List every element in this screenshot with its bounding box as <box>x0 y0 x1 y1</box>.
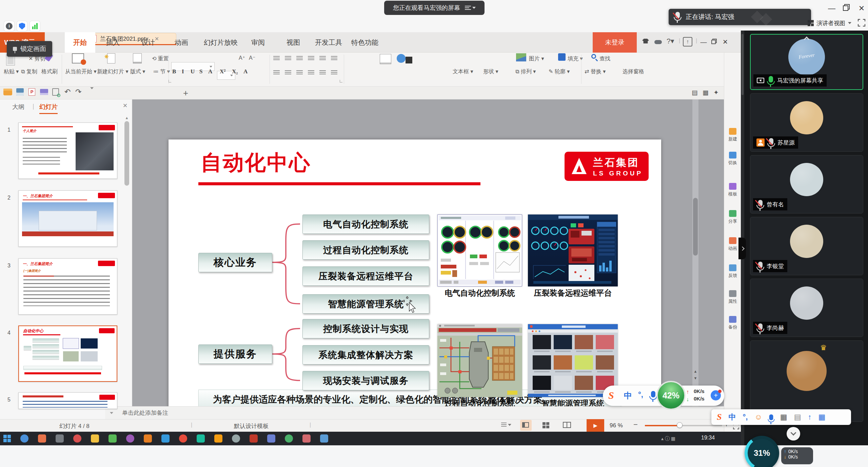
panel-scrollbar-thumb[interactable] <box>124 121 129 186</box>
zoom-out-button[interactable]: − <box>633 420 638 429</box>
panel-tab-slides[interactable]: 幻灯片 <box>39 103 58 114</box>
picture-icon[interactable] <box>516 53 526 61</box>
font-style-I[interactable]: I <box>182 68 184 75</box>
doc-row-icon-1[interactable]: ▤ <box>692 89 698 96</box>
participant-tile-4[interactable]: 李尚赫 <box>750 279 863 337</box>
slide-thumbnail-1[interactable]: 个人简介 <box>18 123 117 179</box>
cloud-icon[interactable] <box>654 38 662 46</box>
textbox-button[interactable]: 文本框 ▾ <box>453 68 473 75</box>
align-icon-1[interactable] <box>285 70 291 75</box>
print-icon[interactable] <box>40 89 48 95</box>
font-dialog-launcher[interactable] <box>169 80 171 82</box>
new-document-tab-button[interactable]: + <box>183 88 188 98</box>
outline-button[interactable]: ✎ 轮廓 ▾ <box>549 68 570 75</box>
tab-list-dropdown-icon[interactable] <box>90 89 94 97</box>
participant-tile-0[interactable]: Forever马宏强的屏幕共享 <box>750 34 863 90</box>
document-tab[interactable]: P 兰石集团2021.pptx ✕ <box>85 33 176 45</box>
selection-pane-button[interactable]: 选择窗格 <box>623 68 644 75</box>
side-tool-动画[interactable]: 动画 <box>725 237 740 251</box>
network-quality-widget[interactable]: 31% <box>745 436 779 467</box>
slide-thumbnail-3[interactable]: 一、兰石集团简介(一)集团简介 <box>18 258 117 315</box>
taskbar-app-5[interactable] <box>108 434 117 443</box>
taskbar-app-0[interactable] <box>20 434 28 443</box>
panel-tab-outline[interactable]: 大纲 <box>12 103 24 111</box>
taskbar-app-7[interactable] <box>144 434 152 443</box>
font-style-B[interactable]: B <box>172 68 176 75</box>
font-grow-button[interactable]: A⁺ <box>239 55 245 61</box>
signal-icon[interactable] <box>30 21 40 31</box>
performance-ball[interactable]: 42% <box>656 381 686 410</box>
panel-close-icon[interactable]: ✕ <box>123 102 127 109</box>
list-icon-1[interactable] <box>285 56 291 61</box>
picture-button[interactable]: 图片 ▾ <box>529 55 544 62</box>
notes-bar[interactable]: 单击此处添加备注 <box>105 406 724 419</box>
participant-tile-2[interactable]: 曾有名 <box>750 155 863 213</box>
next-slide-button[interactable]: ▼ <box>692 375 698 381</box>
slide-thumbnail-2[interactable]: 一、兰石集团简介 <box>18 190 117 247</box>
fullscreen-icon[interactable] <box>858 19 865 26</box>
save-icon[interactable] <box>16 88 24 96</box>
taskbar-app-11[interactable] <box>214 434 222 443</box>
taskbar-app-2[interactable] <box>56 434 64 443</box>
list-icon-4[interactable] <box>319 56 326 61</box>
notes-toggle-icon[interactable] <box>501 423 511 427</box>
list-icon-3[interactable] <box>308 56 314 61</box>
align-icon-4[interactable] <box>319 70 326 75</box>
taskbar-app-10[interactable] <box>197 434 205 443</box>
speaker-view-toggle[interactable]: 演讲者视图 <box>808 17 851 29</box>
login-button[interactable]: 未登录 <box>593 32 637 53</box>
side-tool-新建[interactable]: 新建 <box>725 128 740 142</box>
participant-tile-1[interactable]: 苏星源 <box>750 93 863 152</box>
print-preview-icon[interactable] <box>52 88 59 96</box>
ime2-lang[interactable]: 中 <box>728 412 736 422</box>
tab-2[interactable]: 设计 <box>136 32 160 53</box>
wps-minimize-button[interactable]: — <box>698 36 709 48</box>
copy-button[interactable]: ⧉ 复制 <box>21 68 37 75</box>
side-tool-备份[interactable]: 备份 <box>725 316 740 330</box>
ime2-grid-icon[interactable]: ▦ <box>818 413 825 422</box>
font-shrink-button[interactable]: A⁻ <box>249 55 255 61</box>
play-projector-icon[interactable] <box>72 53 84 63</box>
play-from-current-button[interactable]: 从当前开始 ▾ <box>65 68 96 75</box>
taskbar-app-4[interactable] <box>91 434 99 443</box>
view-reading-button[interactable] <box>563 422 571 428</box>
tab-5[interactable]: 审阅 <box>246 32 270 53</box>
more-participants-button[interactable] <box>787 427 800 441</box>
canvas-scrollbar-thumb[interactable] <box>693 198 698 256</box>
upload-box-icon[interactable]: ↑ <box>683 37 692 46</box>
tab-0[interactable]: 开始 <box>65 32 95 53</box>
slide-thumbnail-4[interactable]: 自动化中心 <box>18 325 117 382</box>
side-tool-分享[interactable]: 分享 <box>725 210 740 224</box>
taskbar-app-15[interactable] <box>285 434 293 443</box>
find-button[interactable]: 查找 <box>599 55 610 62</box>
wps-restore-button[interactable] <box>711 40 716 44</box>
tab-7[interactable]: 开发工具 <box>311 32 346 53</box>
textbox-preview-icon[interactable] <box>380 54 391 64</box>
ime-punct-icon[interactable]: °, <box>638 390 643 399</box>
view-normal-button[interactable] <box>520 420 532 431</box>
emoji-icon[interactable]: ☺ <box>754 413 762 422</box>
taskbar-app-8[interactable] <box>161 434 170 443</box>
layout-button[interactable]: 版式 ▾ <box>128 68 147 75</box>
taskbar-app-14[interactable] <box>267 434 275 443</box>
view-sorter-button[interactable] <box>542 422 549 428</box>
find-icon[interactable] <box>591 54 596 59</box>
banner-menu-icon[interactable] <box>465 6 476 10</box>
taskbar-app-9[interactable] <box>179 434 187 443</box>
tab-3[interactable]: 动画 <box>169 32 194 53</box>
side-tool-模板[interactable]: 模板 <box>725 183 740 197</box>
font-style-U[interactable]: U <box>191 68 195 75</box>
tray-icons[interactable]: ▴ ⓘ ▦ <box>661 436 675 442</box>
skin-icon[interactable] <box>642 38 649 45</box>
panel-scroll-up-icon[interactable]: ▲ <box>124 116 130 120</box>
slide-thumbnail-5[interactable] <box>18 392 117 409</box>
side-tool-切换[interactable]: 切换 <box>725 152 740 166</box>
shape-button[interactable]: 形状 ▾ <box>483 68 498 75</box>
doc-row-icon-2[interactable]: ▦ <box>703 89 709 96</box>
tab-1[interactable]: 插入 <box>101 32 125 53</box>
undo-icon[interactable]: ↶ <box>64 88 71 96</box>
toolbox-icon[interactable]: ▤ <box>794 413 801 422</box>
shape-preview-icon[interactable] <box>397 54 406 63</box>
plus-badge-icon[interactable]: + <box>711 390 721 400</box>
meeting-close-button[interactable]: ✕ <box>856 3 867 14</box>
